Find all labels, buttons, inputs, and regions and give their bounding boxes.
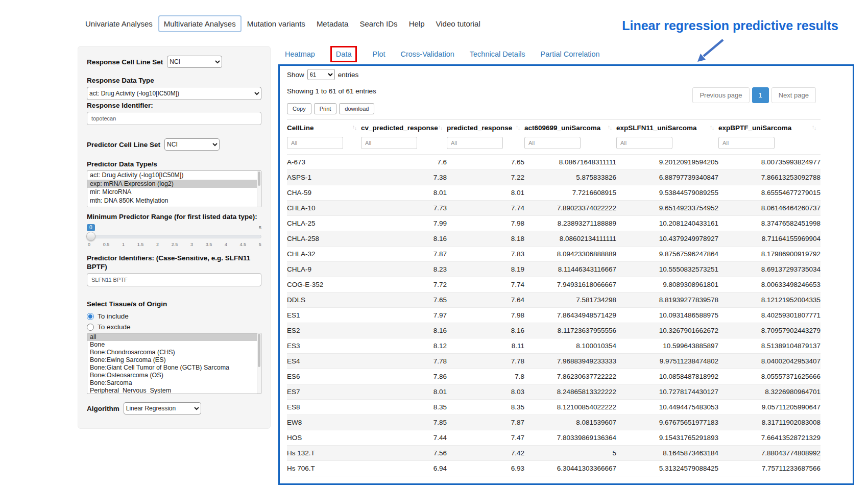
listbox-option-act-drug-activity-log10-ic50m[interactable]: act: Drug Activity (-log10[IC50M]) [87,171,261,180]
show-entries-select[interactable]: 61 [307,69,335,80]
value-cell: 10.2081240433161 [616,216,718,231]
listbox-option-mir-microrna[interactable]: mir: MicroRNA [87,188,261,197]
listbox-option-bone[interactable]: Bone [87,341,261,349]
table-row[interactable]: CHLA-98.238.198.1144634311666710.5550832… [287,262,821,277]
download-button[interactable]: download [339,103,374,114]
predictor-identifiers-input[interactable] [87,273,261,286]
value-cell: 7.7216608915 [524,185,616,201]
table-row[interactable]: Hs 132.T7.567.4258.16458734631847.880437… [287,446,821,461]
slider-track[interactable] [87,235,261,238]
nav-item-metadata[interactable]: Metadata [311,15,354,32]
table-row[interactable]: ES28.168.168.1172363795555610.3267901662… [287,323,821,338]
table-row[interactable]: CHLA-107.737.747.890233740222229.6514923… [287,201,821,216]
sort-icon[interactable]: ↑↓ [710,125,714,131]
value-cell: 7.38 [361,170,447,185]
table-row[interactable]: DDLS7.657.647.5817342988.819392778395788… [287,292,821,308]
filter-input-predicted-response[interactable] [447,137,503,149]
next-page-button[interactable]: Next page [771,87,816,103]
slider-handle[interactable] [86,232,95,241]
listbox-option-bone-sarcoma[interactable]: Bone:Sarcoma [87,379,261,387]
listbox-option-exp-mrna-expression-log2[interactable]: exp: mRNA Expression (log2) [87,180,261,188]
table-row[interactable]: CHA-598.018.017.72166089159.538445790892… [287,185,821,201]
table-row[interactable]: Hs 706.T6.946.936.304413033666675.313245… [287,461,821,476]
table-row[interactable]: ASPS-17.387.225.8758338266.8879773934084… [287,170,821,185]
listbox-option-bone-chondrosarcoma-chs[interactable]: Bone:Chondrosarcoma (CHS) [87,349,261,356]
tissue-listbox-scrollbar[interactable] [257,333,261,394]
column-header-predicted-response[interactable]: predicted_response↑↓ [447,120,524,136]
predictor-listbox-scrollbar[interactable] [257,171,261,207]
radio-input-to-exclude[interactable] [87,324,94,331]
nav-item-mutation-variants[interactable]: Mutation variants [242,15,311,32]
cellline-cell: CHLA-258 [287,231,361,247]
tab-cross-validation[interactable]: Cross-Validation [400,50,454,58]
table-row[interactable]: ES78.018.038.2486581332222210.7278174430… [287,384,821,400]
table-row[interactable]: CHLA-327.877.838.094233068888899.8756759… [287,247,821,262]
column-header-expslfn11-unisarcoma[interactable]: expSLFN11_uniSarcoma↑↓ [616,120,718,136]
table-row[interactable]: ES88.358.358.1210085402222210.4494475483… [287,400,821,415]
copy-button[interactable]: Copy [287,103,311,114]
nav-item-search-ids[interactable]: Search IDs [354,15,403,32]
tab-partial-correlation[interactable]: Partial Correlation [541,50,600,58]
filter-input-expslfn11-unisarcoma[interactable] [616,137,672,149]
filter-input-expbptf-unisarcoma[interactable] [718,137,775,149]
sort-icon[interactable]: ↑↓ [812,125,816,131]
tab-technical-details[interactable]: Technical Details [470,50,525,58]
response-cell-line-set-select[interactable]: NCI [167,56,222,68]
cellline-cell: ES2 [287,323,361,338]
table-row[interactable]: CHLA-2588.168.188.0860213411111110.43792… [287,231,821,247]
slider-tick-label: 5 [259,242,261,247]
radio-to-include[interactable]: To include [87,312,261,320]
predictor-cell-line-set-select[interactable]: NCI [164,138,220,151]
column-header-expbptf-unisarcoma[interactable]: expBPTF_uniSarcoma↑↓ [718,120,821,136]
min-predictor-range-slider[interactable]: 0 5 00.511.522.533.544.55 [87,224,261,250]
table-row[interactable]: A-6737.67.658.086716483111119.2012091959… [287,155,821,170]
slider-tick-label: 1 [122,242,125,247]
tab-heatmap[interactable]: Heatmap [285,50,315,58]
scrollbar-thumb[interactable] [258,172,260,186]
algorithm-select[interactable]: Linear Regression [124,402,201,414]
current-page-button[interactable]: 1 [752,87,769,103]
value-cell: 6.93 [447,461,524,476]
table-row[interactable]: ES67.867.87.8623063772222210.08584878189… [287,369,821,384]
tab-plot[interactable]: Plot [372,50,385,58]
listbox-option-bone-giant-cell-tumor-of-bone-gctb-sarcoma[interactable]: Bone:Giant Cell Tumor of Bone (GCTB) Sar… [87,364,261,372]
scrollbar-thumb[interactable] [258,334,260,367]
sort-icon[interactable]: ↑↓ [438,125,443,131]
listbox-option-all[interactable]: all [87,333,261,341]
table-row[interactable]: ES38.128.118.10001035410.5996438858978.5… [287,338,821,354]
predictor-data-type-listbox[interactable]: act: Drug Activity (-log10[IC50M])exp: m… [87,170,261,207]
column-header-label: CellLine [287,124,314,132]
listbox-option-peripheral-nervous-system[interactable]: Peripheral_Nervous_System [87,387,261,394]
table-row[interactable]: CHLA-257.997.988.2389327118888910.208124… [287,216,821,231]
listbox-option-bone-ewing-sarcoma-es[interactable]: Bone:Ewing Sarcoma (ES) [87,356,261,364]
listbox-option-bone-osteosarcoma-os[interactable]: Bone:Osteosarcoma (OS) [87,372,261,379]
column-header-cv-predicted-response[interactable]: cv_predicted_response↑↓ [361,120,447,136]
tissue-listbox[interactable]: allBoneBone:Chondrosarcoma (CHS)Bone:Ewi… [87,333,261,394]
table-row[interactable]: HOS7.447.477.803398691363649.15431765291… [287,430,821,446]
radio-to-exclude[interactable]: To exclude [87,323,261,331]
table-row[interactable]: ES47.787.787.968839492333339.97511238474… [287,354,821,369]
table-row[interactable]: EW87.857.878.0815396079.676756519771838.… [287,415,821,430]
filter-input-act609699-unisarcoma[interactable] [524,137,581,149]
nav-item-video-tutorial[interactable]: Video tutorial [430,15,486,32]
table-row[interactable]: ES17.977.987.8643494857142910.0931486588… [287,308,821,323]
tab-data[interactable]: Data [330,46,357,62]
sort-icon[interactable]: ↑↓ [352,125,357,131]
sort-icon[interactable]: ↑↓ [516,125,520,131]
table-row[interactable]: COG-E-3527.727.747.949316180666679.80893… [287,277,821,292]
response-data-type-select[interactable]: act: Drug Activity (-log10[IC50M]) [87,87,261,100]
value-cell: 7.99 [361,216,447,231]
radio-input-to-include[interactable] [87,313,94,320]
column-header-cellline[interactable]: CellLine↑↓ [287,120,361,136]
sort-icon[interactable]: ↑↓ [608,125,612,131]
previous-page-button[interactable]: Previous page [692,87,749,103]
nav-item-univariate-analyses[interactable]: Univariate Analyses [80,15,158,32]
filter-input-cv-predicted-response[interactable] [361,137,417,149]
filter-input-cellline[interactable] [287,137,343,149]
response-identifier-input[interactable] [87,112,261,125]
nav-item-help[interactable]: Help [403,15,430,32]
listbox-option-mth-dna-850k-methylation[interactable]: mth: DNA 850K Methylation [87,197,261,205]
nav-item-multivariate-analyses[interactable]: Multivariate Analyses [158,15,242,32]
print-button[interactable]: Print [314,103,337,114]
column-header-act609699-unisarcoma[interactable]: act609699_uniSarcoma↑↓ [524,120,616,136]
